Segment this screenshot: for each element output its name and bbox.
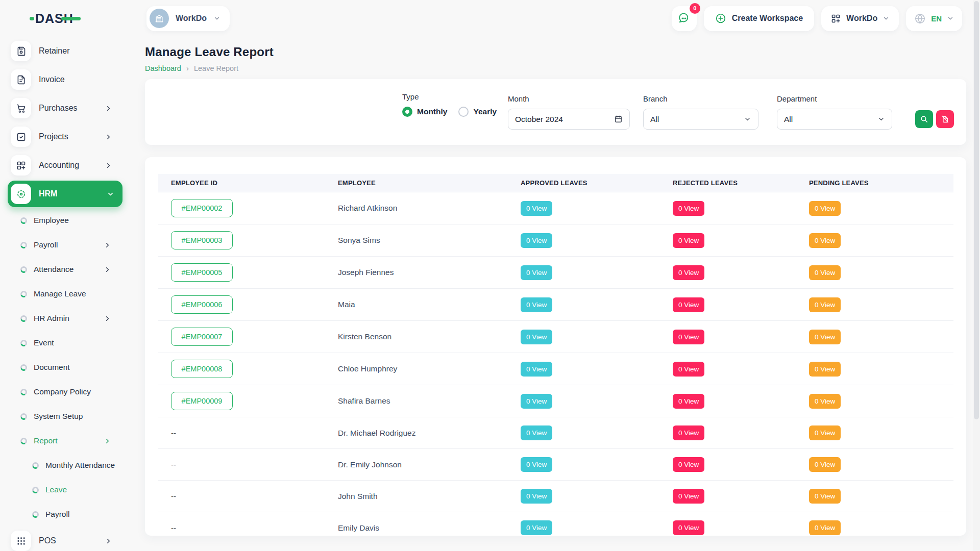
sidebar-item-invoice[interactable]: Invoice [0, 65, 132, 94]
dash-logo-icon: DASH [30, 10, 81, 27]
chevron-down-icon [947, 15, 954, 22]
employee-id-button[interactable]: #EMP00008 [171, 360, 233, 378]
branch-select[interactable]: All [643, 109, 758, 130]
topbar: WorkDo 0 [132, 0, 980, 37]
workspace-menu-label: WorkDo [846, 14, 877, 23]
employee-id-button[interactable]: #EMP00006 [171, 295, 233, 314]
sidebar-item-pos[interactable]: POS [0, 527, 132, 551]
approved-view-badge[interactable]: 0 View [521, 297, 552, 312]
language-selector[interactable]: EN [906, 6, 962, 31]
sidebar-item-label: Retainer [39, 46, 69, 56]
approved-view-badge[interactable]: 0 View [521, 265, 552, 280]
rejected-view-badge[interactable]: 0 View [673, 330, 704, 344]
search-button[interactable] [915, 110, 933, 128]
pending-view-badge[interactable]: 0 View [809, 489, 841, 504]
create-workspace-button[interactable]: Create Workspace [704, 6, 814, 31]
rejected-leaves-cell: 0 View [660, 387, 796, 415]
approved-view-badge[interactable]: 0 View [521, 489, 552, 504]
calendar-icon[interactable] [614, 115, 623, 123]
pending-view-badge[interactable]: 0 View [809, 394, 841, 409]
table-row: #EMP00006Maia0 View0 View0 View [158, 289, 953, 321]
pending-view-badge[interactable]: 0 View [809, 201, 841, 216]
sidebar-item-payroll[interactable]: Payroll [0, 233, 132, 257]
sidebar-item-leave[interactable]: Leave [0, 478, 132, 502]
sidebar-item-projects[interactable]: Projects [0, 122, 132, 151]
employee-id-button[interactable]: #EMP00003 [171, 231, 233, 249]
sidebar-item-accounting[interactable]: Accounting [0, 151, 132, 180]
sidebar-item-document[interactable]: Document [0, 355, 132, 380]
sidebar-item-event[interactable]: Event [0, 331, 132, 355]
sidebar-item-label: HR Admin [34, 314, 69, 323]
radio-monthly-label: Monthly [417, 107, 447, 116]
radio-yearly[interactable]: Yearly [458, 107, 497, 117]
month-input[interactable]: October 2024 [508, 109, 630, 130]
rejected-view-badge[interactable]: 0 View [673, 362, 704, 377]
pending-view-badge[interactable]: 0 View [809, 297, 841, 312]
rejected-view-badge[interactable]: 0 View [673, 201, 704, 216]
pending-leaves-cell: 0 View [796, 355, 953, 383]
rejected-view-badge[interactable]: 0 View [673, 520, 704, 535]
rejected-view-badge[interactable]: 0 View [673, 425, 704, 440]
approved-leaves-cell: 0 View [508, 481, 660, 512]
pending-view-badge[interactable]: 0 View [809, 457, 841, 472]
sidebar-item-monthly-attendance[interactable]: Monthly Attendance [0, 453, 132, 478]
sidebar-item-retainer[interactable]: Retainer [0, 37, 132, 65]
approved-view-badge[interactable]: 0 View [521, 457, 552, 472]
bullet-icon [20, 340, 27, 346]
employee-id-button[interactable]: #EMP00005 [171, 263, 233, 282]
employee-id-button[interactable]: #EMP00007 [171, 328, 233, 346]
pending-view-badge[interactable]: 0 View [809, 233, 841, 248]
rejected-view-badge[interactable]: 0 View [673, 457, 704, 472]
rejected-leaves-cell: 0 View [660, 481, 796, 512]
radio-off-icon[interactable] [458, 107, 469, 117]
pending-view-badge[interactable]: 0 View [809, 520, 841, 535]
employee-id-button[interactable]: #EMP00002 [171, 199, 233, 217]
approved-view-badge[interactable]: 0 View [521, 233, 552, 248]
employee-name-cell: John Smith [325, 484, 508, 509]
rejected-view-badge[interactable]: 0 View [673, 265, 704, 280]
page-scrollbar[interactable] [973, 0, 980, 551]
approved-view-badge[interactable]: 0 View [521, 201, 552, 216]
approved-view-badge[interactable]: 0 View [521, 394, 552, 409]
scrollbar-thumb[interactable] [974, 1, 979, 419]
rejected-view-badge[interactable]: 0 View [673, 297, 704, 312]
workspace-menu-button[interactable]: WorkDo [821, 6, 899, 31]
pending-view-badge[interactable]: 0 View [809, 425, 841, 440]
sidebar-item-employee[interactable]: Employee [0, 208, 132, 233]
approved-view-badge[interactable]: 0 View [521, 520, 552, 535]
employee-name-cell: Dr. Michael Rodriguez [325, 420, 508, 446]
sidebar-item-label: Payroll [45, 510, 69, 519]
rejected-view-badge[interactable]: 0 View [673, 394, 704, 409]
messages-button[interactable]: 0 [672, 6, 697, 31]
app-logo[interactable]: DASH [0, 0, 132, 37]
pending-view-badge[interactable]: 0 View [809, 362, 841, 377]
sidebar-item-purchases[interactable]: Purchases [0, 94, 132, 122]
pending-leaves-cell: 0 View [796, 259, 953, 287]
approved-view-badge[interactable]: 0 View [521, 330, 552, 344]
workspace-switcher[interactable]: WorkDo [146, 6, 230, 31]
approved-view-badge[interactable]: 0 View [521, 362, 552, 377]
sidebar-item-hrm[interactable]: HRM [8, 181, 122, 207]
employee-id-button[interactable]: #EMP00009 [171, 392, 233, 410]
sidebar-item-attendance[interactable]: Attendance [0, 257, 132, 282]
reset-filter-button[interactable] [936, 110, 954, 128]
sidebar: DASH RetainerInvoicePurchasesProjectsAcc… [0, 0, 132, 551]
rejected-view-badge[interactable]: 0 View [673, 489, 704, 504]
sidebar-item-system-setup[interactable]: System Setup [0, 404, 132, 429]
pending-view-badge[interactable]: 0 View [809, 330, 841, 344]
sidebar-item-manage-leave[interactable]: Manage Leave [0, 282, 132, 306]
bullet-icon [32, 511, 39, 518]
department-select[interactable]: All [777, 109, 892, 130]
sidebar-item-label: Report [34, 436, 58, 445]
breadcrumb-dashboard-link[interactable]: Dashboard [145, 64, 181, 72]
sidebar-item-payroll[interactable]: Payroll [0, 502, 132, 527]
pending-view-badge[interactable]: 0 View [809, 265, 841, 280]
rejected-view-badge[interactable]: 0 View [673, 233, 704, 248]
sidebar-item-hr-admin[interactable]: HR Admin [0, 306, 132, 331]
sidebar-item-report[interactable]: Report [0, 429, 132, 453]
radio-monthly[interactable]: Monthly [402, 107, 447, 117]
approved-view-badge[interactable]: 0 View [521, 425, 552, 440]
radio-on-icon[interactable] [402, 107, 412, 117]
sidebar-item-company-policy[interactable]: Company Policy [0, 380, 132, 404]
employee-name: Emily Davis [338, 523, 379, 532]
